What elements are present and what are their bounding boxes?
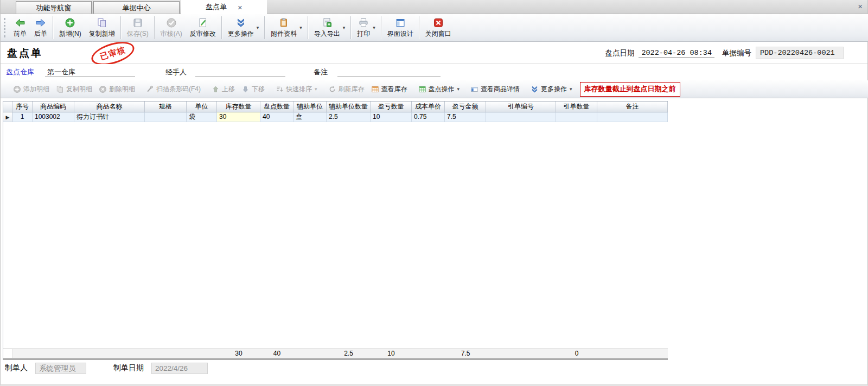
col-header-spec[interactable]: 规格 [145, 102, 187, 112]
col-header-profit_loss_qty[interactable]: 盈亏数量 [371, 102, 412, 112]
toolbar-separator [419, 16, 420, 39]
tab-function-nav[interactable]: 功能导航窗 [16, 1, 92, 14]
cell-spec[interactable] [145, 112, 187, 122]
warehouse-link-label[interactable]: 盘点仓库 [6, 67, 34, 77]
col-header-count_qty[interactable]: 盘点数量 [260, 102, 293, 112]
delete-detail-button: 删除明细 [95, 84, 138, 95]
dropdown-arrow-icon[interactable]: ▾ [570, 86, 572, 92]
ui-design-button[interactable]: 界面设计 [384, 14, 417, 41]
dropdown-arrow-icon[interactable]: ▾ [457, 86, 460, 92]
view-product-detail-button[interactable]: 查看商品详情 [467, 84, 523, 95]
close-window-button[interactable]: 关闭窗口 [422, 14, 455, 41]
import-export-label: 导入导出 [314, 29, 340, 39]
dropdown-arrow-icon[interactable]: ▾ [299, 25, 302, 30]
scanner-gray-icon [146, 85, 154, 93]
col-header-ref_doc_qty[interactable]: 引单数量 [556, 102, 597, 112]
cell-ref_doc_no[interactable] [486, 112, 556, 122]
move-up-label: 上移 [222, 85, 235, 94]
row-indicator-header [3, 102, 12, 112]
handler-input[interactable] [195, 67, 285, 77]
col-header-profit_loss_amt[interactable]: 盈亏金额 [445, 102, 486, 112]
cell-cost_price[interactable]: 0.75 [412, 112, 445, 122]
copy-icon [97, 17, 107, 28]
cell-profit_loss_qty[interactable]: 10 [371, 112, 412, 122]
summary-aux_unit [293, 349, 327, 358]
summary-remark [597, 349, 668, 358]
summary-count_qty: 40 [260, 349, 293, 358]
tab-label: 盘点单 [206, 2, 227, 12]
next-doc-button[interactable]: 后单 [30, 14, 51, 41]
handler-label: 经手人 [165, 67, 187, 77]
refresh-stock-button: 刷新库存 [325, 84, 368, 95]
prev-doc-button[interactable]: 前单 [10, 14, 30, 41]
copy-detail-button: 复制明细 [53, 84, 95, 95]
count-date-label: 盘点日期 [605, 48, 634, 58]
detail-toolbar: 添加明细复制明细删除明细扫描条形码(F4)上移下移快速排序▾刷新库存查看库存盘点… [1, 80, 868, 98]
col-header-aux_unit[interactable]: 辅助单位 [293, 102, 327, 112]
scan-barcode-label: 扫描条形码(F4) [156, 85, 201, 94]
tab-bar: 功能导航窗 单据中心 盘点单 × × [1, 0, 867, 14]
col-header-name[interactable]: 商品名称 [74, 102, 145, 112]
print-button[interactable]: 打印▾ [353, 14, 379, 41]
count-operations-button[interactable]: 盘点操作▾ [415, 84, 463, 95]
summary-code [33, 349, 74, 358]
col-header-remark[interactable]: 备注 [597, 102, 668, 112]
move-down-label: 下移 [252, 85, 265, 94]
window-close-icon[interactable]: × [858, 2, 863, 10]
chevrons-down-icon [235, 17, 246, 28]
dropdown-arrow-icon[interactable]: ▾ [373, 25, 375, 30]
cell-code[interactable]: 1003002 [33, 112, 74, 122]
count-date-input[interactable]: 2022-04-26 08:34 [639, 48, 714, 58]
cell-ref_doc_qty[interactable] [556, 112, 597, 122]
cell-seq[interactable]: 1 [12, 112, 33, 122]
cell-aux_unit[interactable]: 盒 [293, 112, 327, 122]
more-actions-button[interactable]: 更多操作▾ [224, 14, 263, 41]
cell-profit_loss_amt[interactable]: 7.5 [445, 112, 486, 122]
copy-new-button[interactable]: 复制新增 [85, 14, 119, 41]
import-export-button[interactable]: 导入导出▾ [310, 14, 349, 41]
print-label: 打印 [357, 29, 370, 39]
footer-bar: 制单人 系统管理员 制单日期 2022/4/26 [1, 361, 867, 375]
col-header-code[interactable]: 商品编码 [33, 102, 74, 112]
cell-remark[interactable] [597, 112, 668, 122]
view-product-detail-label: 查看商品详情 [481, 85, 520, 94]
dropdown-arrow-icon[interactable]: ▾ [315, 86, 317, 92]
col-header-seq[interactable]: 序号 [12, 102, 33, 112]
col-header-ref_doc_no[interactable]: 引单编号 [486, 102, 556, 112]
cell-stock_qty[interactable]: 30 [217, 112, 260, 122]
col-header-aux_qty[interactable]: 辅助单位数量 [327, 102, 371, 112]
view-stock-label: 查看库存 [381, 85, 407, 94]
arrow-down-gray-icon [241, 85, 250, 93]
close-red-icon [433, 17, 444, 28]
col-header-unit[interactable]: 单位 [187, 102, 217, 112]
warehouse-input[interactable]: 第一仓库 [45, 67, 135, 77]
doc-export-icon [322, 17, 333, 28]
col-header-stock_qty[interactable]: 库存数量 [217, 102, 260, 112]
toolbar-separator [120, 16, 122, 39]
attachments-button[interactable]: 附件资料▾ [267, 14, 306, 41]
cell-count_qty[interactable]: 40 [260, 112, 293, 122]
more-operations-label: 更多操作 [541, 85, 567, 94]
view-stock-button[interactable]: 查看库存 [368, 84, 411, 95]
add-new-button[interactable]: 新增(N) [55, 14, 85, 41]
tab-close-icon[interactable]: × [238, 3, 242, 11]
audit-button: 审核(A) [157, 14, 186, 41]
remark-input[interactable] [337, 67, 441, 77]
reverse-audit-button[interactable]: 反审修改 [186, 14, 220, 41]
cell-name[interactable]: 得力订书针 [74, 112, 145, 122]
cell-unit[interactable]: 袋 [187, 112, 217, 122]
dropdown-arrow-icon[interactable]: ▾ [257, 25, 259, 30]
ui-design-label: 界面设计 [387, 29, 413, 39]
more-operations-button[interactable]: 更多操作▾ [527, 84, 576, 95]
tab-document-center[interactable]: 单据中心 [93, 1, 180, 14]
dropdown-arrow-icon[interactable]: ▾ [343, 25, 346, 30]
table-row[interactable]: ▶11003002得力订书针袋3040盒2.5100.757.5 [3, 112, 668, 122]
x-circle-gray-icon [99, 85, 107, 93]
tab-inventory-count[interactable]: 盘点单 × [181, 0, 267, 14]
add-new-label: 新增(N) [59, 29, 81, 39]
quick-sort-label: 快速排序 [286, 85, 312, 94]
col-header-cost_price[interactable]: 成本单价 [412, 102, 445, 112]
cell-aux_qty[interactable]: 2.5 [327, 112, 371, 122]
inventory-detail-grid: 序号商品编码商品名称规格单位库存数量盘点数量辅助单位辅助单位数量盈亏数量成本单价… [3, 101, 668, 360]
summary-profit_loss_qty: 10 [371, 349, 412, 358]
